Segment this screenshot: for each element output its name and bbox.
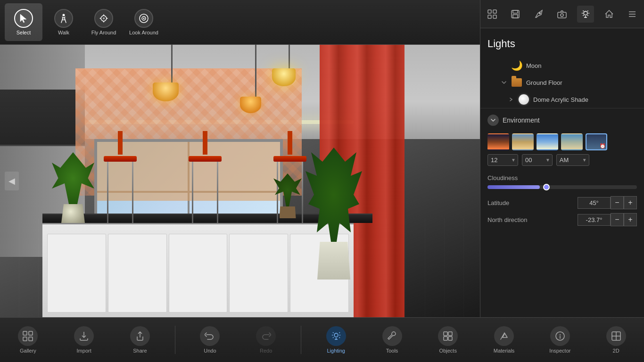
stool-2-legs [192, 162, 218, 223]
cabinet-door-4 [229, 234, 288, 313]
latitude-controls: 45° − + [578, 196, 637, 209]
walk-tool[interactable]: Walk [45, 3, 83, 41]
panel-icon-bar [480, 0, 644, 28]
svg-rect-5 [493, 10, 496, 13]
fly-around-icon [94, 9, 113, 28]
period-select[interactable]: AMPM [557, 155, 580, 165]
panel-light-btn[interactable] [577, 6, 594, 23]
plant-counter-leaves [273, 173, 302, 206]
plant-left-leaves [52, 152, 94, 204]
pendant-cord-1 [171, 45, 173, 82]
walk-icon [54, 9, 73, 28]
pendant-light-1 [165, 45, 179, 101]
pendant-light-2 [250, 45, 261, 113]
redo-btn[interactable]: Redo [245, 320, 287, 360]
cloudiness-section: Cloudiness [480, 174, 644, 194]
svg-rect-10 [513, 15, 518, 18]
undo-btn[interactable]: Undo [189, 320, 231, 360]
tools-btn[interactable]: Tools [371, 320, 413, 360]
tools-icon [382, 326, 402, 346]
import-btn[interactable]: Import [63, 320, 105, 360]
stool-2-leg-r [217, 162, 218, 223]
lights-item-ground-floor[interactable]: Ground Floor [480, 74, 644, 91]
inspector-icon [550, 326, 570, 346]
stool-2 [189, 131, 222, 223]
plant-counter-pot [280, 206, 296, 218]
stool-3-leg-r [302, 162, 303, 223]
north-direction-row: North direction -23.7° − + [487, 213, 637, 226]
time-swatch-afternoon[interactable] [561, 133, 583, 150]
environment-label: Environment [503, 116, 540, 124]
2d-btn[interactable]: 2D [595, 320, 637, 360]
svg-rect-9 [513, 10, 518, 13]
nav-left-arrow[interactable]: ◀ [5, 172, 19, 190]
pendant-shade-2 [240, 97, 261, 113]
select-tool[interactable]: Select [5, 3, 42, 41]
time-swatch-dawn[interactable] [487, 133, 509, 150]
lights-item-moon[interactable]: 🌙 Moon [480, 57, 644, 74]
objects-icon [438, 326, 458, 346]
hour-select-arrow: ▼ [509, 157, 518, 163]
pendant-shade-1 [153, 82, 179, 101]
svg-rect-23 [444, 332, 447, 336]
viewport[interactable]: ◀ [0, 45, 480, 317]
lighting-btn[interactable]: Lighting [315, 320, 357, 360]
inspector-btn[interactable]: Inspector [539, 320, 581, 360]
cabinet-door-1 [47, 234, 106, 313]
north-direction-label: North direction [487, 216, 528, 223]
divider-1 [175, 326, 175, 354]
tree-arrow-ground-floor [501, 79, 507, 86]
pendant-cord-3 [289, 45, 290, 68]
panel-camera-btn[interactable] [553, 6, 570, 23]
time-swatch-custom[interactable]: ⏰ [586, 133, 607, 150]
svg-rect-20 [23, 337, 27, 341]
look-around-tool[interactable]: Look Around [125, 3, 163, 41]
time-swatch-morning[interactable] [512, 133, 534, 150]
time-swatch-midday[interactable] [537, 133, 558, 150]
latitude-increase-btn[interactable]: + [624, 196, 637, 209]
geo-section: Latitude 45° − + North direction -23.7° … [480, 194, 644, 235]
objects-btn[interactable]: Objects [427, 320, 469, 360]
scene [0, 45, 480, 317]
gallery-icon [18, 326, 38, 346]
svg-point-13 [561, 14, 563, 16]
panel-objects-btn[interactable] [484, 6, 501, 23]
north-increase-btn[interactable]: + [624, 213, 637, 226]
north-decrease-btn[interactable]: − [611, 213, 624, 226]
svg-point-3 [143, 18, 145, 19]
lighting-icon [326, 326, 346, 346]
svg-rect-18 [23, 331, 27, 335]
panel-home-btn[interactable] [601, 6, 618, 23]
share-icon [130, 326, 150, 346]
cabinet-door-3 [169, 234, 228, 313]
svg-rect-4 [488, 10, 491, 13]
lights-title: Lights [480, 33, 644, 57]
hour-select-wrap: 12 1234 5678 91011 ▼ [487, 154, 518, 166]
cloudiness-slider-track[interactable] [487, 185, 637, 189]
hour-select[interactable]: 12 1234 5678 91011 [488, 155, 509, 165]
panel-save-btn[interactable] [507, 6, 524, 23]
stool-2-leg-l [192, 162, 193, 223]
lights-item-dome[interactable]: Dome Acrylic Shade [480, 91, 644, 108]
dome-light-icon [518, 94, 529, 105]
panel-paint-btn[interactable] [530, 6, 547, 23]
share-btn[interactable]: Share [119, 320, 161, 360]
minute-select-arrow: ▼ [544, 157, 552, 163]
stool-1-back [118, 131, 123, 155]
period-select-wrap: AMPM ▼ [556, 154, 589, 166]
minute-select[interactable]: 00153045 [522, 155, 544, 165]
environment-header[interactable]: Environment [487, 111, 637, 130]
fly-around-tool[interactable]: Fly Around [85, 3, 123, 41]
svg-point-22 [334, 333, 338, 337]
pendant-light-3 [283, 45, 296, 86]
cabinet-door-2 [108, 234, 167, 313]
cloudiness-fill [487, 185, 540, 189]
gallery-btn[interactable]: Gallery [7, 320, 49, 360]
cloudiness-thumb[interactable] [543, 184, 550, 190]
plant-right-pot [317, 242, 350, 280]
materials-btn[interactable]: Materials [483, 320, 525, 360]
pendant-cord-2 [255, 45, 256, 97]
panel-list-btn[interactable] [624, 6, 641, 23]
latitude-decrease-btn[interactable]: − [611, 196, 624, 209]
svg-point-11 [539, 12, 540, 14]
